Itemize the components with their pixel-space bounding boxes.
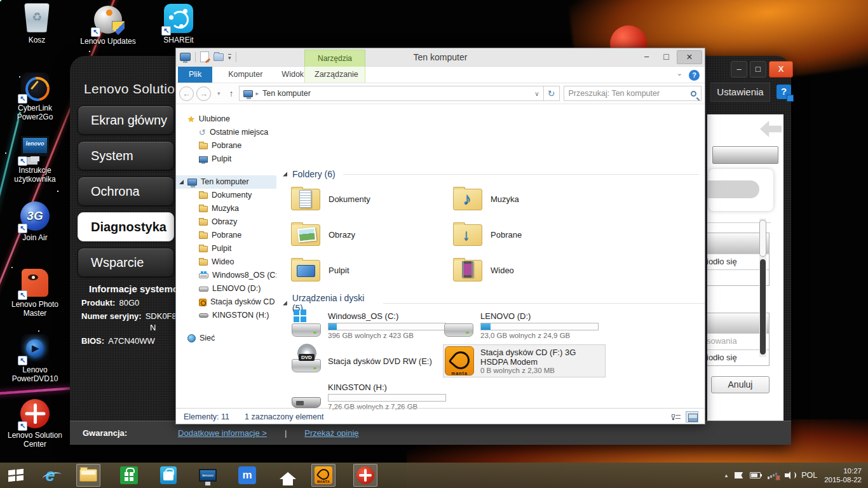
- taskbar-file-explorer[interactable]: [76, 464, 100, 487]
- lsc-nav-security[interactable]: Ochrona: [78, 177, 174, 206]
- large-icons-view-icon[interactable]: [686, 411, 698, 423]
- lsc-minimize-button[interactable]: [731, 61, 747, 78]
- desktop-icon-join-air[interactable]: 3G Join Air: [0, 201, 70, 242]
- tab-komputer[interactable]: Komputer: [219, 67, 272, 83]
- nav-desktop-pc[interactable]: Pulpit: [176, 242, 276, 255]
- minimize-button[interactable]: [637, 50, 656, 64]
- address-bar[interactable]: Ten komputer: [239, 86, 544, 101]
- desktop-icon-photo-master[interactable]: Lenovo Photo Master: [0, 268, 70, 318]
- close-button[interactable]: [677, 50, 702, 64]
- contextual-tab-header[interactable]: Narzędzia dysków: [304, 50, 365, 67]
- desktop-icon-shareit[interactable]: SHAREit: [144, 3, 214, 44]
- folder-tile-documents[interactable]: Dokumenty: [290, 183, 449, 215]
- maximize-button[interactable]: [657, 50, 675, 64]
- taskbar-internet-explorer[interactable]: e: [38, 464, 62, 487]
- scrollbar-thumb-light[interactable]: [759, 220, 766, 257]
- lsc-help-icon[interactable]: ?: [776, 85, 791, 99]
- show-hidden-icons-button[interactable]: [725, 472, 728, 478]
- nav-music[interactable]: Muzyka: [176, 202, 276, 215]
- lenovo-screen-text: lenovo: [23, 140, 47, 147]
- nav-recent-places[interactable]: Ostatnie miejsca: [176, 126, 276, 139]
- nav-drive-h[interactable]: KINGSTON (H:): [176, 309, 276, 322]
- details-view-icon[interactable]: [669, 411, 682, 423]
- collapse-ribbon-icon[interactable]: [677, 73, 682, 78]
- tab-zarzadzanie[interactable]: Zarządzanie: [304, 67, 365, 83]
- nav-drive-f[interactable]: Stacja dysków CD (F: [176, 295, 276, 309]
- tile-label: Muzyka: [491, 194, 519, 204]
- manta-icon: MANTA: [315, 466, 332, 484]
- lsc-maximize-button[interactable]: [750, 61, 766, 78]
- address-dropdown-icon[interactable]: [534, 90, 539, 97]
- tab-plik[interactable]: Plik: [178, 67, 212, 83]
- start-button[interactable]: [4, 464, 28, 487]
- nav-desktop[interactable]: Pulpit: [176, 152, 276, 166]
- expand-triangle-icon[interactable]: [179, 180, 184, 184]
- lsc-nav-home[interactable]: Ekran główny: [78, 105, 174, 135]
- customize-toolbar-icon[interactable]: [228, 54, 231, 60]
- feedback-link[interactable]: Przekaż opinię: [304, 428, 358, 438]
- desktop-icon-powerdvd10[interactable]: Lenovo PowerDVD10: [0, 333, 70, 383]
- clock[interactable]: 10:27 2015-08-22: [824, 466, 862, 484]
- volume-icon[interactable]: [785, 471, 794, 479]
- folder-tile-videos[interactable]: Wideo: [452, 254, 611, 286]
- desktop-icon-lenovo-updates[interactable]: Lenovo Updates: [73, 4, 143, 46]
- recent-locations-icon[interactable]: [217, 90, 220, 97]
- folder-tile-pictures[interactable]: Obrazy: [290, 219, 449, 250]
- network-icon-disconnected[interactable]: x: [768, 471, 778, 479]
- lsc-nav-support[interactable]: Wsparcie: [78, 248, 174, 277]
- taskbar-windows-store[interactable]: [117, 464, 141, 487]
- lsc-settings-tab[interactable]: Ustawienia: [710, 83, 770, 102]
- up-button[interactable]: [229, 88, 234, 98]
- drive-tile-c[interactable]: Windows8_OS (C:) 396 GB wolnych z 423 GB: [290, 309, 451, 342]
- help-icon[interactable]: [689, 70, 700, 81]
- taskbar-lenovo-app[interactable]: lenovo: [196, 464, 220, 487]
- cancel-button[interactable]: Anuluj: [711, 376, 770, 393]
- group-header-folders[interactable]: Foldery (6): [283, 169, 699, 179]
- desktop-icon-user-manual[interactable]: lenovo Instrukcje użytkownika: [0, 133, 70, 184]
- taskbar-maxthon[interactable]: m: [235, 464, 259, 487]
- nav-downloads-pc[interactable]: Pobrane: [176, 229, 276, 242]
- folder-tile-desktop[interactable]: Pulpit: [290, 254, 449, 286]
- more-info-link[interactable]: Dodatkowe informacje >: [178, 428, 267, 438]
- drive-tile-f-selected[interactable]: manta Stacja dysków CD (F:) 3G HSDPA Mod…: [443, 344, 606, 377]
- nav-drive-c[interactable]: Windows8_OS (C:): [176, 269, 276, 282]
- properties-icon[interactable]: [200, 51, 209, 62]
- refresh-button[interactable]: [544, 86, 560, 101]
- taskbar-home-app[interactable]: [276, 464, 300, 487]
- nav-drive-d[interactable]: LENOVO (D:): [176, 282, 276, 295]
- folder-tile-music[interactable]: Muzyka: [452, 183, 611, 215]
- desktop-icon-power2go[interactable]: CyberLink Power2Go: [0, 71, 70, 121]
- drive-tile-d[interactable]: LENOVO (D:) 23,0 GB wolnych z 24,9 GB: [443, 309, 603, 342]
- collapse-group-icon[interactable]: [283, 172, 287, 177]
- nav-downloads[interactable]: Pobrane: [176, 139, 276, 152]
- back-arrow-icon[interactable]: [760, 121, 782, 137]
- taskbar-lenovo-solution-center[interactable]: [353, 464, 377, 487]
- nav-videos[interactable]: Wideo: [176, 255, 276, 269]
- lsc-nav-diagnostics[interactable]: Diagnostyka: [78, 212, 174, 241]
- breadcrumb[interactable]: Ten komputer: [262, 89, 311, 98]
- desktop-icon-lenovo-solution-center[interactable]: Lenovo Solution Center: [0, 398, 70, 449]
- taskbar-app-shop[interactable]: [156, 464, 180, 487]
- scrollbar-thumb-dark[interactable]: [760, 259, 766, 355]
- nav-pictures[interactable]: Obrazy: [176, 215, 276, 229]
- desktop-icon-recycle-bin[interactable]: Kosz: [2, 3, 72, 44]
- language-indicator[interactable]: POL: [801, 471, 817, 480]
- divider: [195, 52, 196, 62]
- taskbar-manta-modem[interactable]: MANTA: [311, 464, 336, 487]
- search-box[interactable]: Przeszukaj: Ten komputer: [564, 86, 702, 101]
- back-button[interactable]: [179, 86, 194, 101]
- nav-favorites[interactable]: Ulubione: [176, 112, 276, 126]
- nav-documents[interactable]: Dokumenty: [176, 189, 276, 202]
- new-folder-icon[interactable]: [214, 53, 224, 61]
- nav-this-pc[interactable]: Ten komputer: [176, 175, 276, 189]
- dvd-badge-text: DVD: [299, 354, 315, 361]
- lsc-nav-system[interactable]: System: [78, 141, 174, 170]
- battery-icon[interactable]: [750, 472, 761, 478]
- forward-button[interactable]: [196, 86, 211, 101]
- folder-tile-downloads[interactable]: Pobrane: [452, 219, 611, 250]
- drive-tile-e-dvd[interactable]: DVD Stacja dysków DVD RW (E:): [290, 344, 451, 377]
- collapse-group-icon[interactable]: [283, 301, 287, 306]
- lsc-close-button[interactable]: [769, 61, 793, 78]
- action-center-flag-icon[interactable]: [735, 472, 743, 478]
- nav-network[interactable]: Sieć: [176, 332, 276, 345]
